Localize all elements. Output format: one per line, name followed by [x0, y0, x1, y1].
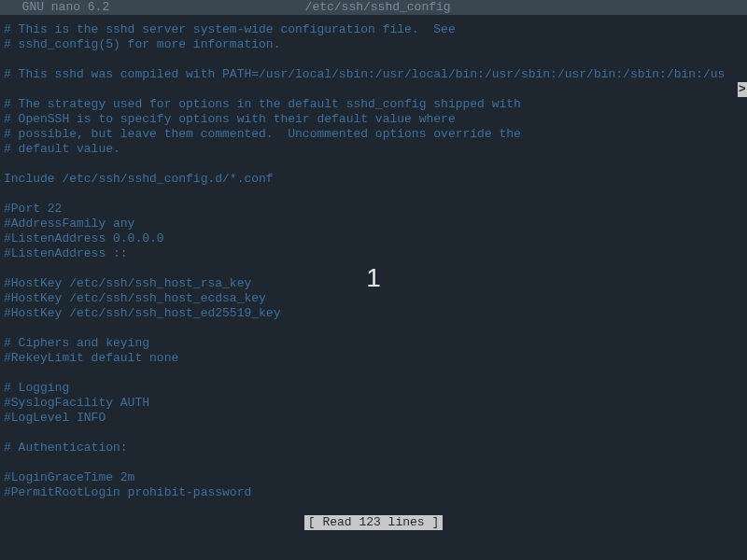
file-path: /etc/ssh/sshd_config	[109, 0, 646, 15]
file-line[interactable]	[4, 187, 743, 202]
file-line[interactable]: #AddressFamily any	[4, 217, 743, 231]
file-line[interactable]	[4, 366, 743, 381]
file-line[interactable]: # possible, but leave them commented. Un…	[4, 127, 743, 142]
file-line[interactable]: # The strategy used for options in the d…	[4, 97, 743, 112]
overlay-number: 1	[366, 271, 381, 286]
line-overflow-indicator: >	[738, 82, 747, 97]
file-line[interactable]	[4, 52, 743, 67]
file-line[interactable]: # default value.	[4, 142, 743, 157]
file-line[interactable]	[4, 426, 743, 441]
file-line[interactable]: #HostKey /etc/ssh/ssh_host_ed25519_key	[4, 306, 743, 321]
file-content-area[interactable]: # This is the sshd server system-wide co…	[0, 15, 747, 500]
app-name: GNU nano 6.2	[7, 0, 109, 15]
file-line[interactable]: # Authentication:	[4, 441, 743, 455]
file-line[interactable]: #LoginGraceTime 2m	[4, 470, 743, 485]
file-line[interactable]	[4, 157, 743, 172]
shortcut-help-bar: ^GHelp^OWrite Out^WWhere Is^KCut^TExecut…	[0, 530, 747, 560]
file-line[interactable]: #SyslogFacility AUTH	[4, 396, 743, 411]
file-line[interactable]: #ListenAddress ::	[4, 246, 743, 261]
file-line[interactable]: # sshd_config(5) for more information.	[4, 37, 743, 52]
file-line[interactable]: #ListenAddress 0.0.0.0	[4, 231, 743, 246]
file-line[interactable]: # Logging	[4, 381, 743, 396]
file-line[interactable]	[4, 82, 743, 97]
file-line[interactable]: #Port 22	[4, 202, 743, 217]
file-line[interactable]: # This is the sshd server system-wide co…	[4, 22, 743, 37]
status-bar: [ Read 123 lines ]	[0, 515, 747, 530]
file-line[interactable]	[4, 321, 743, 336]
file-line[interactable]	[4, 455, 743, 470]
editor-title-bar: GNU nano 6.2 /etc/ssh/sshd_config	[0, 0, 747, 15]
file-line[interactable]: #PermitRootLogin prohibit-password	[4, 485, 743, 500]
file-line[interactable]: #LogLevel INFO	[4, 411, 743, 426]
status-message: [ Read 123 lines ]	[304, 515, 443, 530]
file-line[interactable]: # OpenSSH is to specify options with the…	[4, 112, 743, 127]
file-line[interactable]: #RekeyLimit default none	[4, 351, 743, 366]
file-line[interactable]: #HostKey /etc/ssh/ssh_host_ecdsa_key	[4, 291, 743, 306]
file-line[interactable]: Include /etc/ssh/sshd_config.d/*.conf	[4, 172, 743, 187]
file-line[interactable]: # Ciphers and keying	[4, 336, 743, 351]
file-line[interactable]: # This sshd was compiled with PATH=/usr/…	[4, 67, 743, 82]
